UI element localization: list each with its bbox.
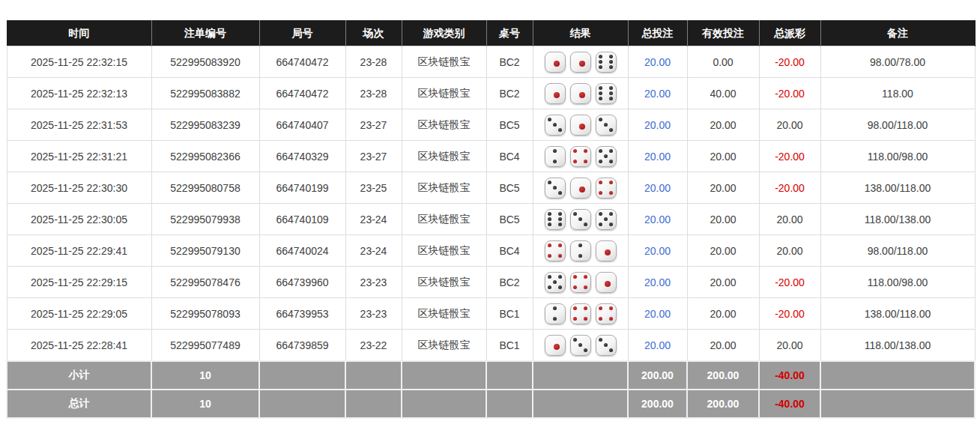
cell-valid-bet: 20.00 xyxy=(687,298,759,330)
cell-valid-bet: 20.00 xyxy=(687,141,759,172)
cell-time: 2025-11-25 22:29:15 xyxy=(7,267,151,298)
summary-valid-bet: 200.00 xyxy=(687,390,759,418)
die-4-icon xyxy=(570,303,591,324)
cell-game-type: 区块链骰宝 xyxy=(402,204,486,235)
cell-total-bet[interactable]: 20.00 xyxy=(628,204,687,235)
cell-result xyxy=(533,141,628,172)
cell-round-id: 664740329 xyxy=(259,141,345,172)
summary-session xyxy=(345,361,402,390)
die-1-icon xyxy=(570,115,591,136)
die-1-icon xyxy=(596,240,617,261)
die-4-icon xyxy=(545,240,566,261)
table-body: 2025-11-25 22:32:15522995083920664740472… xyxy=(7,46,975,362)
cell-game-type: 区块链骰宝 xyxy=(402,235,486,267)
cell-result xyxy=(533,46,628,78)
cell-game-type: 区块链骰宝 xyxy=(402,46,486,78)
dice-result xyxy=(533,52,628,73)
table-row: 2025-11-25 22:31:21522995082366664740329… xyxy=(7,141,975,172)
cell-payout: 20.00 xyxy=(759,109,820,141)
die-1-icon xyxy=(570,83,591,104)
table-footer: 小计10200.00200.00-40.00总计10200.00200.00-4… xyxy=(7,361,975,418)
dice-result xyxy=(533,209,628,230)
cell-valid-bet: 20.00 xyxy=(687,267,759,298)
cell-total-bet[interactable]: 20.00 xyxy=(628,78,687,109)
cell-time: 2025-11-25 22:28:41 xyxy=(7,330,151,362)
die-1-icon xyxy=(570,52,591,73)
die-4-icon xyxy=(596,303,617,324)
cell-table-no: BC4 xyxy=(486,235,533,267)
cell-game-type: 区块链骰宝 xyxy=(402,298,486,330)
die-6-icon xyxy=(545,209,566,230)
col-header-payout: 总派彩 xyxy=(759,21,820,46)
summary-game xyxy=(402,361,486,390)
cell-total-bet[interactable]: 20.00 xyxy=(628,235,687,267)
cell-valid-bet: 40.00 xyxy=(687,78,759,109)
die-2-icon xyxy=(545,146,566,167)
cell-total-bet[interactable]: 20.00 xyxy=(628,330,687,362)
cell-result xyxy=(533,298,628,330)
bet-records-table: 时间注单编号局号场次游戏类别桌号结果总投注有效投注总派彩备注 2025-11-2… xyxy=(6,20,976,419)
cell-total-bet[interactable]: 20.00 xyxy=(628,267,687,298)
die-1-icon xyxy=(545,335,566,356)
table-row: 2025-11-25 22:31:53522995083239664740407… xyxy=(7,109,975,141)
cell-total-bet[interactable]: 20.00 xyxy=(628,46,687,78)
summary-label: 小计 xyxy=(7,361,151,390)
dice-result xyxy=(533,240,628,261)
cell-session: 23-28 xyxy=(345,46,402,78)
cell-total-bet[interactable]: 20.00 xyxy=(628,109,687,141)
cell-remark: 118.00 xyxy=(820,78,975,109)
summary-session xyxy=(345,390,402,418)
cell-game-type: 区块链骰宝 xyxy=(402,78,486,109)
cell-valid-bet: 20.00 xyxy=(687,172,759,204)
dice-result xyxy=(533,272,628,293)
table-row: 2025-11-25 22:32:13522995083882664740472… xyxy=(7,78,975,109)
die-3-icon xyxy=(596,335,617,356)
cell-result xyxy=(533,172,628,204)
cell-round-id: 664739859 xyxy=(259,330,345,362)
cell-valid-bet: 0.00 xyxy=(687,46,759,78)
col-header-valid-bet: 有效投注 xyxy=(687,21,759,46)
cell-bet-id: 522995080758 xyxy=(151,172,259,204)
cell-payout: -20.00 xyxy=(759,172,820,204)
col-header-time: 时间 xyxy=(7,21,151,46)
cell-table-no: BC1 xyxy=(486,298,533,330)
table-row: 2025-11-25 22:32:15522995083920664740472… xyxy=(7,46,975,78)
cell-game-type: 区块链骰宝 xyxy=(402,109,486,141)
cell-session: 23-22 xyxy=(345,330,402,362)
cell-time: 2025-11-25 22:30:30 xyxy=(7,172,151,204)
cell-round-id: 664740024 xyxy=(259,235,345,267)
cell-bet-id: 522995077489 xyxy=(151,330,259,362)
table-header: 时间注单编号局号场次游戏类别桌号结果总投注有效投注总派彩备注 xyxy=(7,21,975,46)
die-5-icon xyxy=(545,272,566,293)
cell-bet-id: 522995082366 xyxy=(151,141,259,172)
cell-total-bet[interactable]: 20.00 xyxy=(628,172,687,204)
cell-session: 23-28 xyxy=(345,78,402,109)
die-3-icon xyxy=(545,178,566,199)
cell-valid-bet: 20.00 xyxy=(687,109,759,141)
cell-time: 2025-11-25 22:29:41 xyxy=(7,235,151,267)
cell-total-bet[interactable]: 20.00 xyxy=(628,141,687,172)
cell-time: 2025-11-25 22:30:05 xyxy=(7,204,151,235)
summary-payout: -40.00 xyxy=(759,361,820,390)
cell-game-type: 区块链骰宝 xyxy=(402,330,486,362)
die-2-icon xyxy=(545,303,566,324)
cell-session: 23-25 xyxy=(345,172,402,204)
col-header-result: 结果 xyxy=(533,21,628,46)
summary-table xyxy=(486,390,533,418)
die-2-icon xyxy=(570,240,591,261)
cell-table-no: BC5 xyxy=(486,204,533,235)
cell-payout: -20.00 xyxy=(759,141,820,172)
cell-total-bet[interactable]: 20.00 xyxy=(628,298,687,330)
cell-table-no: BC4 xyxy=(486,141,533,172)
summary-result xyxy=(533,390,628,418)
cell-time: 2025-11-25 22:32:13 xyxy=(7,78,151,109)
cell-bet-id: 522995078093 xyxy=(151,298,259,330)
cell-round-id: 664739960 xyxy=(259,267,345,298)
cell-bet-id: 522995079938 xyxy=(151,204,259,235)
cell-bet-id: 522995083239 xyxy=(151,109,259,141)
summary-payout: -40.00 xyxy=(759,390,820,418)
cell-session: 23-23 xyxy=(345,267,402,298)
cell-time: 2025-11-25 22:31:21 xyxy=(7,141,151,172)
cell-time: 2025-11-25 22:32:15 xyxy=(7,46,151,78)
cell-round-id: 664740407 xyxy=(259,109,345,141)
